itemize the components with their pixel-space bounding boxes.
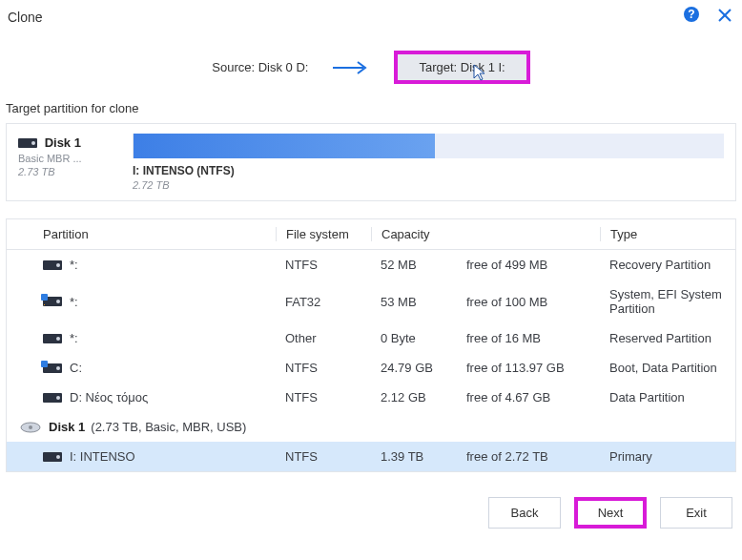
usage-fill — [134, 134, 435, 158]
partition-icon — [43, 452, 62, 462]
exit-button[interactable]: Exit — [660, 497, 732, 529]
hdd-icon — [20, 421, 41, 434]
close-icon[interactable] — [717, 6, 732, 28]
partition-icon — [43, 363, 62, 373]
help-icon[interactable]: ? — [683, 6, 700, 28]
disk-meta: (2.73 TB, Basic, MBR, USB) — [91, 420, 246, 434]
source-label: Source: Disk 0 D: — [212, 60, 308, 74]
target-disk-card: Disk 1 Basic MBR ... 2.73 TB I: INTENSO … — [6, 123, 736, 201]
table-row[interactable]: *: Other 0 Byte free of 16 MB Reserved P… — [7, 323, 735, 353]
window-title: Clone — [8, 10, 43, 25]
target-label: Target: Disk 1 I: — [419, 60, 505, 74]
disk-row[interactable]: Disk 1 (2.73 TB, Basic, MBR, USB) — [7, 412, 735, 442]
partition-icon — [43, 297, 62, 306]
table-row[interactable]: C: NTFS 24.79 GB free of 113.97 GB Boot,… — [7, 353, 735, 383]
table-row[interactable]: *: NTFS 52 MB free of 499 MB Recovery Pa… — [7, 250, 735, 280]
target-disk-summary[interactable]: Disk 1 Basic MBR ... 2.73 TB — [12, 134, 127, 191]
partition-icon — [43, 260, 62, 270]
table-row[interactable]: D: Νέος τόμος NTFS 2.12 GB free of 4.67 … — [7, 383, 735, 412]
col-capacity: Capacity — [371, 227, 600, 241]
titlebar: Clone ? — [0, 0, 742, 30]
target-disk-name: Disk 1 — [45, 135, 81, 150]
next-button[interactable]: Next — [574, 497, 647, 529]
svg-text:?: ? — [688, 8, 694, 21]
disk-name: Disk 1 — [49, 420, 85, 434]
arrow-right-icon — [331, 60, 371, 75]
footer-buttons: Back Next Exit — [0, 472, 742, 529]
back-button[interactable]: Back — [488, 497, 561, 529]
table-row[interactable]: I: INTENSO NTFS 1.39 TB free of 2.72 TB … — [7, 442, 735, 471]
source-target-bar: Source: Disk 0 D: Target: Disk 1 I: — [0, 51, 742, 84]
svg-point-7 — [29, 425, 32, 429]
cursor-icon — [473, 64, 486, 84]
partition-icon — [43, 334, 62, 343]
target-volume-size: 2.72 TB — [133, 179, 724, 191]
target-disk-subtitle: Basic MBR ... — [18, 153, 121, 164]
table-row[interactable]: *: FAT32 53 MB free of 100 MB System, EF… — [7, 280, 735, 323]
section-label: Target partition for clone — [0, 97, 742, 123]
col-partition: Partition — [18, 227, 276, 241]
target-disk-size: 2.73 TB — [18, 166, 121, 177]
partition-icon — [43, 393, 62, 403]
col-filesystem: File system — [276, 227, 371, 241]
disk-icon — [18, 136, 37, 151]
target-disk-usage-bar[interactable] — [133, 134, 724, 158]
svg-marker-5 — [474, 65, 484, 80]
partition-table: Partition File system Capacity Type *: N… — [6, 218, 736, 472]
target-button[interactable]: Target: Disk 1 I: — [394, 51, 529, 84]
col-type: Type — [600, 227, 724, 241]
target-volume-label: I: INTENSO (NTFS) — [133, 164, 724, 177]
table-header: Partition File system Capacity Type — [7, 219, 735, 250]
